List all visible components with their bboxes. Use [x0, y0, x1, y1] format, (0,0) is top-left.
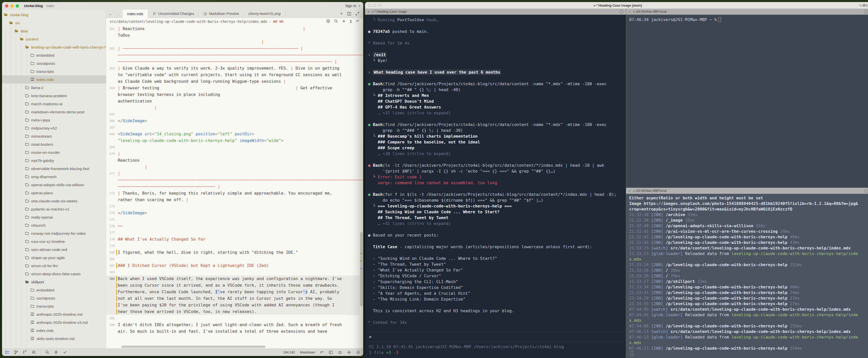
notification-bell-icon[interactable]: [356, 351, 360, 355]
folder-item-llama-2[interactable]: llama-2: [2, 83, 106, 91]
diagnostics-bug-icon[interactable]: [338, 351, 342, 355]
zoom-button[interactable]: [16, 4, 19, 7]
file-item-skills-tools-timeline.md[interactable]: skills-tools-timeline.md: [2, 334, 106, 342]
assistant-sparkle-icon[interactable]: [347, 351, 351, 355]
tab-Markdown Preview[interactable]: Markdown Preview: [199, 9, 244, 18]
magnifier-icon[interactable]: [334, 19, 338, 24]
folder-item-cto4ai-blog[interactable]: cto4ai-blog: [2, 10, 106, 19]
minimize-button[interactable]: [373, 4, 376, 7]
language-selector[interactable]: Markdown: [300, 351, 315, 354]
close-icon[interactable]: ×: [629, 10, 631, 13]
claude-input-box[interactable]: >: [368, 332, 623, 342]
target-icon[interactable]: [326, 19, 330, 24]
folder-item-simon-deep-dives-fake-cases[interactable]: simon-deep-dives-fake-cases: [2, 270, 106, 278]
folder-item-embedded[interactable]: embedded: [2, 286, 106, 294]
sign-in-button[interactable]: Sign In ▾: [345, 4, 360, 8]
folder-item-markdown-elements-demo-post[interactable]: markdown-elements-demo-post: [2, 108, 106, 116]
folder-item-openai-adopts-skills-via-willison[interactable]: openai-adopts-skills-via-willison: [2, 181, 106, 189]
folder-item-transcripts[interactable]: transcripts: [2, 302, 106, 310]
assistant-zap-icon[interactable]: [54, 350, 58, 355]
folder-item-data[interactable]: data: [2, 27, 106, 35]
sparkle-icon[interactable]: [342, 19, 346, 24]
close-button[interactable]: [368, 4, 371, 7]
terminal-line: - "Sucking Wind on Claude Code ... Where…: [368, 255, 623, 261]
terminal-panel-icon[interactable]: [329, 351, 333, 355]
folder-item-mpt7b-gatsby[interactable]: mpt7b-gatsby: [2, 156, 106, 164]
outline-panel-icon[interactable]: [23, 350, 27, 355]
folder-item-sam-altman-code-red[interactable]: sam-altman-code-red: [2, 245, 106, 253]
log-pane-tab[interactable]: × » JSI-M1Max-MBP.local …: [626, 188, 868, 194]
scrollbar-thumb[interactable]: [360, 232, 363, 306]
tree-item-label: mpt7b-gatsby: [31, 158, 54, 163]
search-icon[interactable]: [45, 350, 50, 355]
folder-item-relaunch[interactable]: relaunch: [2, 221, 106, 229]
editor[interactable]: 161| Reactions |ToDos |162| ────────────…: [106, 25, 363, 349]
close-icon[interactable]: ×: [368, 10, 370, 13]
actions-icon[interactable]: [356, 19, 360, 24]
project-panel-icon[interactable]: [5, 350, 9, 355]
vertical-scrollbar[interactable]: [360, 25, 363, 349]
folder-item-moat-busters[interactable]: moat-busters: [2, 140, 106, 148]
folder-item-moxie-on-murder[interactable]: moxie-on-murder: [2, 148, 106, 156]
file-item-anthropic-2025-timeline.md[interactable]: anthropic-2025-timeline.md: [2, 310, 106, 318]
file-item-index.mdx[interactable]: index.mdx: [2, 326, 106, 334]
new-tab-button[interactable]: +: [340, 11, 343, 17]
folder-item-really-openai[interactable]: really-openai: [2, 213, 106, 221]
folder-item-observable-framework-blazing-fast[interactable]: observable-framework-blazing-fast: [2, 164, 106, 172]
breadcrumb[interactable]: src/data/content/leveling-up-claude-code…: [106, 18, 363, 25]
editor-line-wrap: been using Cursor since it arrived, and …: [106, 282, 360, 289]
folder-item-shape-up-your-agile[interactable]: shape-up-your-agile: [2, 253, 106, 261]
more-icon[interactable]: …: [864, 189, 868, 193]
folder-item-lone-banana-problem[interactable]: lone-banana-problem: [2, 91, 106, 100]
tab-cherny-tweet-01.png[interactable]: cherny-tweet-01.png: [244, 9, 285, 18]
folder-item-transcripts[interactable]: transcripts: [2, 67, 106, 75]
folder-item-runway-not-midjourney-for-video[interactable]: runway-not-midjourney-for-video: [2, 229, 106, 237]
more-icon[interactable]: …: [864, 10, 868, 13]
horizontal-scrollbar[interactable]: [121, 346, 266, 348]
folder-item-omg-dharmesh[interactable]: omg-dharmesh: [2, 172, 106, 181]
log-terminal[interactable]: Either aspectRatio or both width and hei…: [626, 194, 868, 358]
claude-pane-tab[interactable]: × » * Heading Case Usage …: [365, 8, 626, 15]
folder-item-skillport[interactable]: skillport: [2, 278, 106, 286]
folder-item-embedded[interactable]: embedded: [2, 51, 106, 59]
folder-item-socialposts[interactable]: socialposts: [2, 59, 106, 67]
file-item-index.mdx[interactable]: index.mdx: [2, 75, 106, 83]
file-item-anthropic-2025-timeline-v3.md[interactable]: anthropic-2025-timeline-v3.md: [2, 318, 106, 326]
tab-Uncommitted Changes[interactable]: Uncommitted Changes: [148, 9, 199, 18]
expand-icon[interactable]: [355, 12, 359, 16]
folder-item-simon-cli-for-llm[interactable]: simon-cli-for-llm: [2, 261, 106, 270]
folder-item-midjourney-v52[interactable]: midjourney-v52: [2, 124, 106, 132]
folder-item-content[interactable]: content: [2, 35, 106, 43]
claude-terminal[interactable]: └ Running PostToolUse hook… ● 78347a5 pu…: [365, 15, 626, 358]
tree-item-label: moat-busters: [31, 142, 53, 146]
folder-item-march-madness-ai[interactable]: march-madness-ai: [2, 100, 106, 108]
nav-back-icon[interactable]: ←: [109, 11, 113, 16]
minimize-button[interactable]: [10, 4, 14, 7]
collab-panel-icon[interactable]: [32, 350, 36, 355]
cursor-position[interactable]: 184:242: [283, 351, 295, 354]
folder-item-socialposts[interactable]: socialposts: [2, 294, 106, 302]
nav-forward-icon[interactable]: →: [116, 11, 120, 16]
tab-index.mdx[interactable]: index.mdx: [122, 9, 148, 18]
git-panel-icon[interactable]: [14, 350, 18, 355]
zoom-button[interactable]: [378, 4, 381, 7]
tasks-check-icon[interactable]: [63, 350, 67, 355]
folder-item-meta-i-jepa[interactable]: meta-i-jepa: [2, 116, 106, 124]
text-cursor-icon[interactable]: I: [350, 20, 352, 24]
language-server-icon[interactable]: z▲: [320, 351, 324, 355]
split-pane-icon[interactable]: [347, 12, 351, 16]
folder-item-pydantic-ai-reaches-v1[interactable]: pydantic-ai-reaches-v1: [2, 205, 106, 213]
folder-item-orta-claude-code-six-weeks[interactable]: orta-claude-code-six-weeks: [2, 197, 106, 205]
folder-item-russ-cox-xz-timeline[interactable]: russ-cox-xz-timeline: [2, 237, 106, 245]
shell-pane-tab[interactable]: × » JSI-M1Max-MBP.local …: [626, 8, 868, 15]
folder-item-openai-plans[interactable]: openai-plans: [2, 189, 106, 197]
folder-item-mimestream[interactable]: mimestream: [2, 132, 106, 140]
project-panel[interactable]: cto4ai-blogsrcdatacontentleveling-up-cla…: [2, 9, 106, 349]
folder-item-src[interactable]: src: [2, 19, 106, 27]
close-button[interactable]: [5, 4, 8, 7]
more-icon[interactable]: …: [620, 10, 623, 13]
git-branch-name[interactable]: main: [46, 4, 54, 8]
shell-terminal[interactable]: 07:46:34 jackivers@JSI-M1Max-MBP ~ %: [626, 15, 868, 188]
folder-item-leveling-up-claude-code-with-boris-chernys-help[interactable]: leveling-up-claude-code-with-boris-chern…: [2, 43, 106, 51]
close-icon[interactable]: ×: [629, 189, 631, 193]
